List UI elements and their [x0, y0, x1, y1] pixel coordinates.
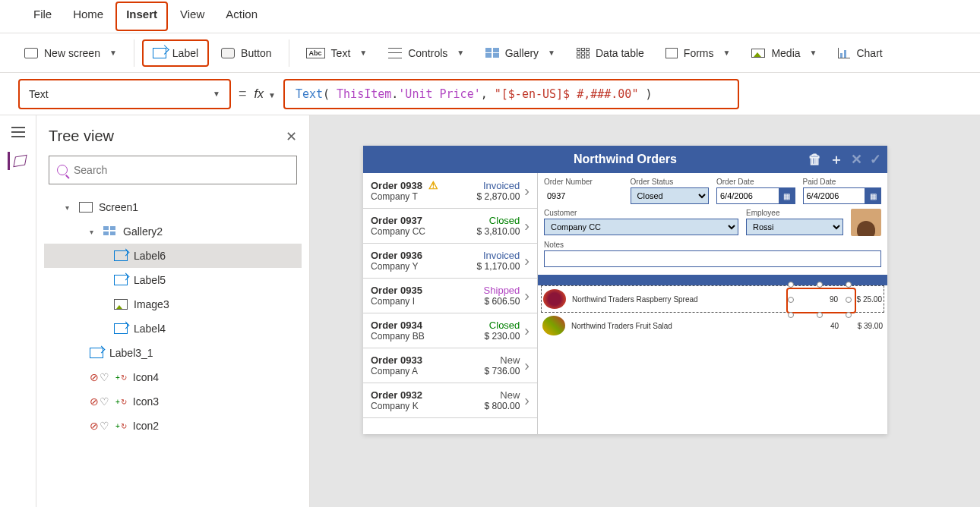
- search-input[interactable]: [49, 156, 297, 184]
- controls-dropdown[interactable]: Controls ▼: [379, 41, 473, 65]
- tree-label: Icon4: [133, 371, 159, 383]
- close-icon[interactable]: ✕: [286, 128, 297, 145]
- label-button[interactable]: Label: [142, 39, 209, 67]
- tree-item-label5[interactable]: Label5: [44, 268, 302, 292]
- label-icon: [90, 348, 103, 358]
- cancel-icon[interactable]: ✕: [851, 151, 862, 168]
- chevron-right-icon: ›: [524, 357, 530, 374]
- tree-item-icon2[interactable]: ⊘♡ +↻ Icon2: [44, 414, 302, 438]
- tree-item-screen1[interactable]: ▾ Screen1: [44, 195, 302, 219]
- orders-list[interactable]: Order 0938 ⚠Company TInvoiced$ 2,870.00›…: [363, 173, 538, 434]
- order-row[interactable]: Order 0938 ⚠Company TInvoiced$ 2,870.00›: [363, 173, 537, 209]
- paid-date-input[interactable]: [803, 187, 865, 204]
- label-icon: [114, 250, 128, 261]
- menu-bar: File Home Insert View Action: [0, 0, 980, 33]
- icon-icon: ⊘♡: [90, 395, 109, 408]
- tree-item-image3[interactable]: Image3: [44, 292, 302, 316]
- tree-label: Icon3: [133, 395, 159, 408]
- add-icon[interactable]: ＋: [830, 150, 843, 168]
- canvas[interactable]: Northwind Orders 🗑 ＋ ✕ ✓ Order 0938 ⚠Com…: [310, 115, 980, 507]
- order-number-input[interactable]: [544, 187, 623, 204]
- quantity: 40: [816, 322, 839, 330]
- gallery-dropdown[interactable]: Gallery ▼: [476, 41, 564, 65]
- chevron-down-icon: ▼: [213, 90, 220, 98]
- label-icon: [114, 323, 128, 334]
- line-items: Northwind Traders Raspberry Spread90I$ 2…: [538, 285, 887, 339]
- chevron-down-icon: ▼: [810, 49, 817, 57]
- search-field[interactable]: [74, 164, 289, 176]
- controls-label: Controls: [408, 47, 447, 59]
- new-screen-button[interactable]: New screen ▼: [15, 41, 126, 65]
- tree-item-icon4[interactable]: ⊘♡ +↻ Icon4: [44, 365, 302, 389]
- media-dropdown[interactable]: Media ▼: [742, 41, 826, 65]
- menu-home[interactable]: Home: [62, 0, 114, 33]
- tree-item-icon3[interactable]: ⊘♡ +↻ Icon3: [44, 389, 302, 414]
- customer-select[interactable]: Company CC: [544, 219, 738, 235]
- formula-input[interactable]: Text( ThisItem.'Unit Price', "[$-en-US]$…: [283, 79, 739, 109]
- line-item-row[interactable]: Northwind Traders Fruit Salad40$ 39.00: [541, 313, 884, 339]
- notes-input[interactable]: [544, 250, 881, 267]
- label-btn-label: Label: [172, 47, 198, 59]
- left-rail: [0, 115, 36, 507]
- app-preview: Northwind Orders 🗑 ＋ ✕ ✓ Order 0938 ⚠Com…: [363, 146, 887, 434]
- caret-icon: ▾: [65, 203, 73, 212]
- order-date-input[interactable]: [716, 187, 779, 204]
- menu-insert[interactable]: Insert: [115, 2, 168, 31]
- chart-dropdown[interactable]: Chart: [829, 41, 891, 65]
- product-image: [542, 316, 565, 335]
- table-icon: [577, 48, 590, 58]
- order-row[interactable]: Order 0937Company CCClosed$ 3,810.00›: [363, 209, 537, 244]
- gallery-icon: [103, 226, 117, 237]
- text-dropdown[interactable]: Abc Text ▼: [297, 41, 377, 65]
- screen-icon: [79, 202, 93, 213]
- tree-item-gallery2[interactable]: ▾ Gallery2: [44, 219, 302, 244]
- order-status-select[interactable]: Closed: [631, 187, 710, 204]
- tree-label: Gallery2: [123, 225, 163, 238]
- delete-icon[interactable]: 🗑: [808, 152, 822, 168]
- media-icon: [751, 49, 765, 58]
- calendar-icon[interactable]: ▦: [865, 187, 881, 204]
- employee-select[interactable]: Rossi: [746, 219, 843, 235]
- tree-view-panel: Tree view ✕ ▾ Screen1 ▾ Gallery2: [36, 115, 310, 507]
- menu-action[interactable]: Action: [215, 0, 268, 33]
- button-button[interactable]: Button: [212, 41, 280, 65]
- divider-bar: [538, 275, 887, 285]
- property-selector[interactable]: Text ▼: [18, 79, 231, 109]
- order-row[interactable]: Order 0933Company ANew$ 736.00›: [363, 348, 537, 383]
- label-icon: [114, 275, 128, 285]
- field-label: Order Status: [631, 178, 710, 186]
- employee-photo: [851, 209, 881, 236]
- chevron-right-icon: ›: [524, 287, 530, 304]
- text-icon: Abc: [306, 48, 325, 58]
- hamburger-button[interactable]: [9, 123, 27, 141]
- confirm-icon[interactable]: ✓: [870, 151, 881, 168]
- chart-icon: [838, 48, 850, 58]
- tree-item-label6[interactable]: Label6: [44, 244, 302, 268]
- data-table-button[interactable]: Data table: [567, 41, 653, 65]
- screen-icon: [24, 48, 38, 58]
- forms-dropdown[interactable]: Forms ▼: [656, 41, 740, 65]
- tree-label: Screen1: [99, 201, 138, 213]
- formula-function: Text: [296, 87, 323, 101]
- label-icon: [153, 48, 166, 58]
- order-row[interactable]: Order 0934Company BBClosed$ 230.00›: [363, 313, 537, 348]
- resize-handles[interactable]: [791, 285, 849, 315]
- unit-price-label: $ 39.00: [845, 322, 883, 330]
- menu-view[interactable]: View: [169, 0, 215, 33]
- tree-label: Label4: [134, 323, 166, 335]
- product-name: Northwind Traders Fruit Salad: [571, 322, 810, 330]
- field-label: Customer: [544, 209, 738, 217]
- order-row[interactable]: Order 0936Company YInvoiced$ 1,170.00›: [363, 244, 537, 279]
- tree-item-label4[interactable]: Label4: [44, 316, 302, 341]
- line-item-row[interactable]: Northwind Traders Raspberry Spread90I$ 2…: [541, 285, 884, 313]
- layers-button[interactable]: [8, 152, 26, 170]
- menu-file[interactable]: File: [23, 0, 62, 33]
- app-title: Northwind Orders: [574, 153, 677, 166]
- order-row[interactable]: Order 0932Company KNew$ 800.00›: [363, 383, 537, 418]
- layers-icon: [13, 155, 27, 167]
- calendar-icon[interactable]: ▦: [779, 187, 795, 204]
- chevron-down-icon: ▼: [457, 49, 464, 57]
- app-header: Northwind Orders 🗑 ＋ ✕ ✓: [363, 146, 887, 173]
- order-row[interactable]: Order 0935Company IShipped$ 606.50›: [363, 279, 537, 313]
- tree-item-label3-1[interactable]: Label3_1: [44, 341, 302, 365]
